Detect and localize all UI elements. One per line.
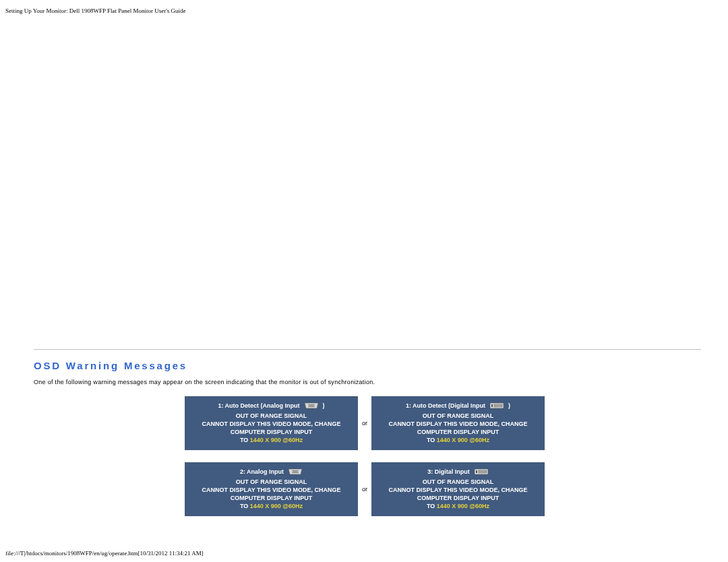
msg-line: CANNOT DISPLAY THIS VIDEO MODE, CHANGE xyxy=(388,420,527,428)
svg-point-39 xyxy=(297,472,298,473)
svg-marker-25 xyxy=(289,469,302,474)
msg-to: TO xyxy=(427,503,437,509)
svg-point-2 xyxy=(309,404,310,405)
divider xyxy=(34,349,701,350)
svg-point-6 xyxy=(309,405,309,406)
svg-point-4 xyxy=(312,404,313,405)
or-label: or xyxy=(358,420,371,427)
warning-cards: 1: Auto Detect (Analog Input ) OUT OF RA… xyxy=(185,392,549,516)
msg-line: COMPUTER DISPLAY INPUT xyxy=(388,494,527,502)
msg-to: TO xyxy=(427,437,437,443)
warning-row: 2: Analog Input OUT OF RANGE SIGNAL CANN… xyxy=(185,462,549,516)
svg-point-8 xyxy=(311,405,312,406)
svg-point-34 xyxy=(297,471,297,472)
msg-resolution: 1440 X 900 @60Hz xyxy=(437,503,489,509)
vga-connector-icon xyxy=(288,468,303,475)
svg-point-36 xyxy=(293,472,294,473)
svg-rect-16 xyxy=(491,404,493,407)
msg-resolution: 1440 X 900 @60Hz xyxy=(250,437,303,443)
svg-point-11 xyxy=(309,406,310,407)
svg-point-31 xyxy=(293,471,293,472)
msg-line: COMPUTER DISPLAY INPUT xyxy=(388,428,527,436)
page: Setting Up Your Monitor: Dell 1908WFP Fl… xyxy=(0,0,728,562)
svg-point-12 xyxy=(311,406,311,407)
msg-line: OUT OF RANGE SIGNAL xyxy=(202,478,340,486)
card-message: OUT OF RANGE SIGNAL CANNOT DISPLAY THIS … xyxy=(388,412,527,445)
warning-card-digital-auto: 1: Auto Detect (Digital Input xyxy=(371,396,545,450)
svg-point-38 xyxy=(296,472,297,473)
svg-point-28 xyxy=(295,470,295,471)
msg-line: OUT OF RANGE SIGNAL xyxy=(388,478,527,486)
card-input-line: 1: Auto Detect (Analog Input ) xyxy=(218,402,324,409)
svg-point-5 xyxy=(313,404,314,405)
msg-to: TO xyxy=(240,503,250,509)
svg-point-1 xyxy=(308,404,309,405)
svg-point-14 xyxy=(313,406,314,407)
msg-line: OUT OF RANGE SIGNAL xyxy=(202,412,340,420)
warning-card-digital: 3: Digital Input xyxy=(371,462,545,516)
svg-point-33 xyxy=(295,471,296,472)
msg-resolution: 1440 X 900 @60Hz xyxy=(437,437,489,443)
msg-line: TO 1440 X 900 @60Hz xyxy=(202,502,340,510)
card-message: OUT OF RANGE SIGNAL CANNOT DISPLAY THIS … xyxy=(202,412,340,445)
svg-point-3 xyxy=(311,404,311,405)
card-input-label: 2: Analog Input xyxy=(240,468,284,475)
svg-rect-41 xyxy=(476,470,477,473)
svg-point-30 xyxy=(297,470,298,471)
dvi-connector-icon xyxy=(489,402,504,409)
warning-row: 1: Auto Detect (Analog Input ) OUT OF RA… xyxy=(185,396,549,450)
warning-card-analog: 2: Analog Input OUT OF RANGE SIGNAL CANN… xyxy=(185,462,358,516)
svg-point-10 xyxy=(308,406,309,407)
svg-point-7 xyxy=(310,405,311,406)
msg-line: TO 1440 X 900 @60Hz xyxy=(202,436,340,444)
svg-point-37 xyxy=(295,472,295,473)
page-footer-path: file:///T|/htdocs/monitors/1908WFP/en/ug… xyxy=(5,550,204,557)
svg-point-9 xyxy=(313,405,313,406)
vga-connector-icon xyxy=(304,402,319,409)
svg-point-27 xyxy=(293,470,294,471)
section-intro: One of the following warning messages ma… xyxy=(34,379,375,385)
section-heading: OSD Warning Messages xyxy=(34,360,187,371)
msg-line: COMPUTER DISPLAY INPUT xyxy=(202,494,340,502)
card-input-label: 3: Digital Input xyxy=(427,468,470,475)
card-input-label: 1: Auto Detect (Analog Input xyxy=(218,402,299,409)
msg-line: CANNOT DISPLAY THIS VIDEO MODE, CHANGE xyxy=(202,420,340,428)
svg-marker-0 xyxy=(305,403,318,408)
svg-point-29 xyxy=(296,470,297,471)
card-input-label: 1: Auto Detect (Digital Input xyxy=(406,402,485,409)
msg-line: OUT OF RANGE SIGNAL xyxy=(388,412,527,420)
msg-line: CANNOT DISPLAY THIS VIDEO MODE, CHANGE xyxy=(388,486,527,494)
msg-line: TO 1440 X 900 @60Hz xyxy=(388,436,527,444)
card-input-line: 1: Auto Detect (Digital Input xyxy=(406,402,510,409)
card-input-paren: ) xyxy=(323,402,325,409)
card-input-line: 2: Analog Input xyxy=(240,468,303,475)
card-message: OUT OF RANGE SIGNAL CANNOT DISPLAY THIS … xyxy=(202,478,340,511)
or-label: or xyxy=(358,486,371,493)
msg-resolution: 1440 X 900 @60Hz xyxy=(250,503,303,509)
svg-point-32 xyxy=(294,471,295,472)
svg-point-13 xyxy=(312,406,313,407)
card-input-paren: ) xyxy=(508,402,510,409)
svg-point-26 xyxy=(292,470,293,471)
card-input-line: 3: Digital Input xyxy=(427,468,489,475)
page-header-title: Setting Up Your Monitor: Dell 1908WFP Fl… xyxy=(5,7,186,14)
msg-line: CANNOT DISPLAY THIS VIDEO MODE, CHANGE xyxy=(202,486,340,494)
card-message: OUT OF RANGE SIGNAL CANNOT DISPLAY THIS … xyxy=(388,478,527,511)
svg-point-35 xyxy=(292,472,293,473)
dvi-connector-icon xyxy=(474,468,489,475)
msg-line: TO 1440 X 900 @60Hz xyxy=(388,502,527,510)
msg-to: TO xyxy=(240,437,250,443)
warning-card-analog-auto: 1: Auto Detect (Analog Input ) OUT OF RA… xyxy=(185,396,358,450)
msg-line: COMPUTER DISPLAY INPUT xyxy=(202,428,340,436)
